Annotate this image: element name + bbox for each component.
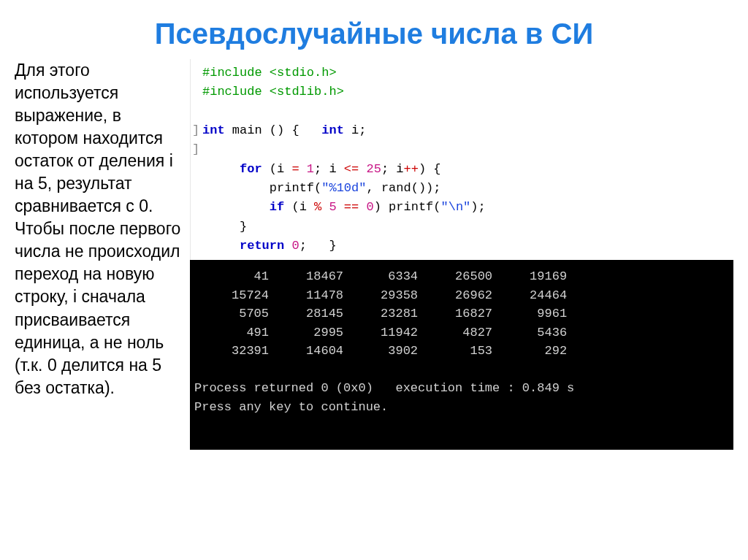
console-output: 41 18467 6334 26500 19169 15724 11478 29…	[190, 260, 733, 450]
fn-printf: printf	[270, 181, 314, 195]
kw-return: return	[240, 239, 284, 253]
op-le: <=	[344, 162, 359, 176]
close: );	[470, 200, 485, 214]
num-0: 0	[359, 200, 373, 214]
brace-close: }	[329, 239, 336, 253]
semi: ;	[299, 239, 307, 253]
right-column: #include <stdio.h> #include <stdlib.h> ]…	[190, 59, 733, 450]
console-status: Process returned 0 (0x0) execution time …	[194, 379, 729, 398]
fn-rand: rand	[381, 181, 411, 195]
console-row: 32391 14604 3902 153 292	[194, 342, 729, 361]
close: );	[426, 181, 440, 195]
paren: (	[314, 181, 321, 195]
var-i: i	[321, 162, 344, 176]
preproc-include: #include <stdlib.h>	[202, 85, 344, 99]
preproc-include: #include <stdio.h>	[202, 66, 337, 80]
str-fmt: "%10d"	[321, 181, 366, 195]
code-block: #include <stdio.h> #include <stdlib.h> ]…	[190, 59, 733, 260]
slide-title: Псевдослучайные числа в СИ	[0, 0, 748, 59]
comma: ,	[366, 181, 381, 195]
paren: (	[433, 200, 440, 214]
fn-printf: printf	[389, 200, 433, 214]
kw-int: int	[202, 123, 225, 137]
op-mod: %	[314, 200, 321, 214]
var-i: i	[389, 162, 403, 176]
op-inc: ++	[403, 162, 418, 176]
kw-if: if	[270, 200, 284, 214]
fn-main: main	[232, 123, 262, 137]
paren: ()	[411, 181, 426, 195]
console-row: 15724 11478 29358 26962 24464	[194, 286, 729, 305]
console-row: 491 2995 11942 4827 5436	[194, 323, 729, 342]
console-status: Press any key to continue.	[194, 398, 729, 417]
description-text: Для этого используется выражение, в кото…	[15, 59, 190, 450]
for-close: ) {	[419, 162, 441, 176]
op-assign: =	[291, 162, 299, 176]
semi: ;	[381, 162, 389, 176]
op-eq: ==	[344, 200, 359, 214]
brace-close: }	[240, 220, 247, 234]
console-row: 41 18467 6334 26500 19169	[194, 267, 729, 286]
console-row: 5705 28145 23281 16827 9961	[194, 304, 729, 323]
var-i: i	[351, 123, 359, 137]
content-area: Для этого используется выражение, в кото…	[0, 59, 748, 450]
num-1: 1	[299, 162, 314, 176]
kw-int: int	[321, 123, 344, 137]
paren: ()	[270, 123, 284, 137]
brace: {	[291, 123, 299, 137]
if-body: (i	[284, 200, 314, 214]
kw-for: for	[240, 162, 262, 176]
for-body: (i	[270, 162, 292, 176]
num-25: 25	[359, 162, 381, 176]
str-nl: "\n"	[441, 200, 471, 214]
num-0: 0	[284, 239, 299, 253]
semi: ;	[314, 162, 321, 176]
num-5: 5	[321, 200, 344, 214]
if-close: )	[374, 200, 389, 214]
semi: ;	[359, 123, 366, 137]
